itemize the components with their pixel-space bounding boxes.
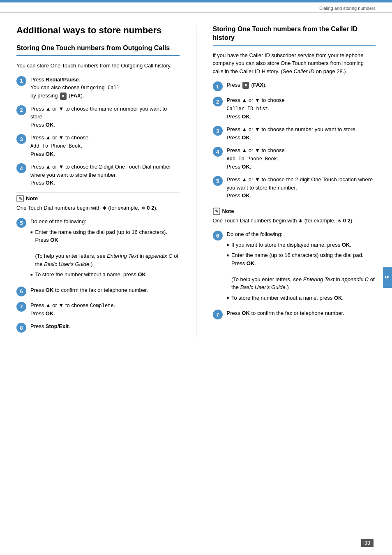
right-step-number-3: 3 <box>213 126 223 136</box>
step-5-content: Do one of the following: Enter the name … <box>30 217 180 281</box>
right-step-4: 4 Press ▲ or ▼ to choose Add To Phone Bo… <box>213 146 376 171</box>
right-step-3-content: Press ▲ or ▼ to choose the number you wa… <box>227 125 376 141</box>
right-bullet-6-2: Enter the name (up to 16 characters) usi… <box>227 251 376 291</box>
step-number-4: 4 <box>16 163 26 173</box>
step-5: 5 Do one of the following: Enter the nam… <box>16 217 180 281</box>
step-3-content: Press ▲ or ▼ to choose Add To Phone Book… <box>30 134 180 158</box>
step-6: 6 Press OK to confirm the fax or telepho… <box>16 286 180 296</box>
right-step-6: 6 Do one of the following: If you want t… <box>213 230 376 304</box>
note-2: ✎ Note One Touch Dial numbers begin with… <box>213 205 376 225</box>
note-2-header: ✎ Note <box>213 208 376 215</box>
left-steps-5: 5 Do one of the following: Enter the nam… <box>16 217 180 333</box>
sidebar-tab: 5 <box>383 267 392 288</box>
right-step-5: 5 Press ▲ or ▼ to choose the 2-digit One… <box>213 176 376 200</box>
right-step-1: 1 Press ■ (FAX). <box>213 81 376 91</box>
left-intro: You can store One Touch numbers from the… <box>16 62 180 70</box>
note-1: ✎ Note One Touch Dial numbers begin with… <box>16 192 180 212</box>
step-1-content: Press Redial/Pause. You can also choose … <box>30 76 180 100</box>
bullet-5-2: To store the number without a name, pres… <box>30 271 180 279</box>
step-3: 3 Press ▲ or ▼ to choose Add To Phone Bo… <box>16 134 180 158</box>
breadcrumb: Dialing and storing numbers <box>319 6 376 11</box>
right-step-number-5: 5 <box>213 176 223 186</box>
step-5-bullets: Enter the name using the dial pad (up to… <box>30 228 180 279</box>
right-step-number-4: 4 <box>213 147 223 157</box>
right-step-1-content: Press ■ (FAX). <box>227 81 376 89</box>
svg-text:✎: ✎ <box>214 209 218 214</box>
right-step-5-content: Press ▲ or ▼ to choose the 2-digit One T… <box>227 176 376 200</box>
note-icon-1: ✎ <box>16 195 24 202</box>
fax-button-icon-1: ■ <box>60 92 66 100</box>
right-step-2-content: Press ▲ or ▼ to choose Caller ID hist. P… <box>227 96 376 120</box>
left-column: Additional ways to store numbers Storing… <box>16 25 180 338</box>
right-step-number-2: 2 <box>213 97 223 106</box>
step-number-3: 3 <box>16 134 26 144</box>
step-7: 7 Press ▲ or ▼ to choose Complete. Press… <box>16 301 180 318</box>
step-1: 1 Press Redial/Pause. You can also choos… <box>16 76 180 100</box>
left-subsection-title: Storing One Touch numbers from Outgoing … <box>16 44 180 56</box>
right-steps: 1 Press ■ (FAX). 2 Press ▲ or ▼ to choos… <box>213 81 376 200</box>
right-intro: If you have the Caller ID subscriber ser… <box>213 51 376 76</box>
right-step-2: 2 Press ▲ or ▼ to choose Caller ID hist.… <box>213 96 376 120</box>
note-2-text: One Touch Dial numbers begin with ∗ (for… <box>213 217 376 225</box>
note-1-header: ✎ Note <box>16 195 180 202</box>
bullet-5-1-text: Enter the name using the dial pad (up to… <box>35 228 179 268</box>
step-2-content: Press ▲ or ▼ to choose the name or numbe… <box>30 105 180 129</box>
bullet-5-1: Enter the name using the dial pad (up to… <box>30 228 180 268</box>
right-subsection-title: Storing One Touch numbers from the Calle… <box>213 25 376 46</box>
step-number-6: 6 <box>16 287 26 296</box>
header: Dialing and storing numbers <box>0 2 392 13</box>
right-step-number-7: 7 <box>213 310 223 319</box>
step-2: 2 Press ▲ or ▼ to choose the name or num… <box>16 105 180 129</box>
step-6-content: Press OK to confirm the fax or telephone… <box>30 286 180 294</box>
note-icon-2: ✎ <box>213 208 220 215</box>
fax-button-icon-2: ■ <box>242 82 249 89</box>
step-number-5: 5 <box>16 218 26 228</box>
svg-text:✎: ✎ <box>18 196 22 201</box>
page-footer: 33 <box>360 539 374 547</box>
step-8-content: Press Stop/Exit. <box>30 322 180 331</box>
page-number: 33 <box>361 539 374 547</box>
right-steps-6: 6 Do one of the following: If you want t… <box>213 230 376 319</box>
step-number-8: 8 <box>16 323 26 333</box>
section-title: Additional ways to store numbers <box>16 25 180 36</box>
step-number-2: 2 <box>16 105 26 115</box>
left-steps: 1 Press Redial/Pause. You can also choos… <box>16 76 180 187</box>
right-step-number-1: 1 <box>213 81 223 91</box>
right-step-7: 7 Press OK to confirm the fax or telepho… <box>213 309 376 319</box>
right-step-6-bullets: If you want to store the displayed name,… <box>227 241 376 302</box>
right-step-6-content: Do one of the following: If you want to … <box>227 230 376 304</box>
note-1-text: One Touch Dial numbers begin with ∗ (for… <box>16 204 180 212</box>
right-step-7-content: Press OK to confirm the fax or telephone… <box>227 309 376 317</box>
step-8: 8 Press Stop/Exit. <box>16 322 180 333</box>
main-content: Additional ways to store numbers Storing… <box>0 13 392 350</box>
step-number-7: 7 <box>16 302 26 312</box>
right-step-4-content: Press ▲ or ▼ to choose Add To Phone Book… <box>227 146 376 171</box>
step-7-content: Press ▲ or ▼ to choose Complete. Press O… <box>30 301 180 318</box>
right-step-3: 3 Press ▲ or ▼ to choose the number you … <box>213 125 376 141</box>
right-step-number-6: 6 <box>213 231 223 240</box>
step-4: 4 Press ▲ or ▼ to choose the 2-digit One… <box>16 163 180 187</box>
right-bullet-6-3: To store the number without a name, pres… <box>227 294 376 302</box>
bullet-5-2-text: To store the number without a name, pres… <box>35 271 147 279</box>
step-4-content: Press ▲ or ▼ to choose the 2-digit One T… <box>30 163 180 187</box>
right-bullet-6-1: If you want to store the displayed name,… <box>227 241 376 249</box>
right-column: Storing One Touch numbers from the Calle… <box>196 25 376 338</box>
step-number-1: 1 <box>16 76 26 86</box>
